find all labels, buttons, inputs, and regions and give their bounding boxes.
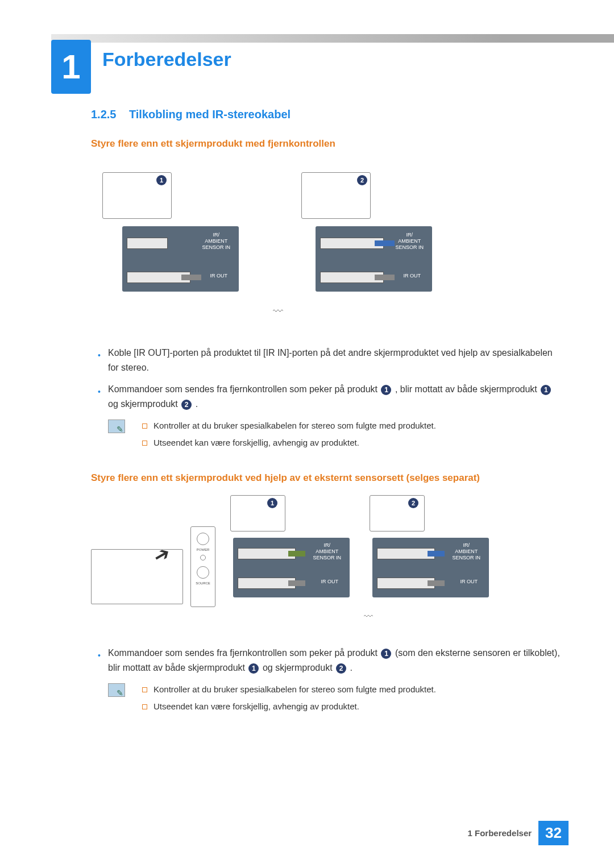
page-content: 1.2.5 Tilkobling med IR-stereokabel Styr… — [91, 108, 563, 716]
circle-2-icon: 2 — [181, 400, 192, 410]
circle-1-icon: 1 — [381, 385, 391, 395]
note-item: Kontroller at du bruker spesialkabelen f… — [154, 418, 436, 433]
section-number: 1.2.5 — [91, 108, 116, 121]
note-item: Utseendet kan være forskjellig, avhengig… — [154, 699, 436, 714]
diagram-external-sensor: ➔ POWER SOURCE 1 2 IR/ AMBIENT SENSOR IN… — [91, 495, 563, 629]
list-item: Kommandoer som sendes fra fjernkontrolle… — [108, 382, 563, 412]
page-header: 1 Forberedelser — [0, 23, 614, 63]
port-slot — [238, 578, 296, 589]
port-slot — [320, 238, 384, 249]
label-ir-ambient: IR/ AMBIENT SENSOR IN — [395, 232, 424, 251]
label-ir-ambient: IR/ AMBIENT SENSOR IN — [202, 232, 230, 251]
monitor-1-back — [230, 495, 285, 531]
circle-1-icon: 1 — [541, 385, 551, 395]
note-item: Utseendet kan være forskjellig, avhengig… — [154, 435, 436, 450]
badge-1: 1 — [267, 498, 277, 508]
page-footer: 1 Forberedelser 32 — [468, 821, 569, 845]
footer-text: 1 Forberedelser — [468, 828, 532, 838]
label-ir-out: IR OUT — [460, 579, 478, 585]
port-slot — [320, 272, 384, 283]
label-ir-out: IR OUT — [321, 579, 339, 585]
cable-tail-icon: 〰 — [273, 306, 283, 318]
subheading-1: Styre flere enn ett skjermprodukt med fj… — [91, 138, 563, 149]
label-ir-ambient: IR/ AMBIENT SENSOR IN — [452, 542, 480, 561]
circle-2-icon: 2 — [336, 663, 346, 674]
note-block-1: Kontroller at du bruker spesialkabelen f… — [108, 418, 563, 452]
remote-source-label: SOURCE — [191, 582, 215, 585]
port-panel-2: IR/ AMBIENT SENSOR IN IR OUT — [316, 226, 432, 292]
port-slot — [127, 238, 168, 249]
bullet-list-1: Koble [IR OUT]-porten på produktet til [… — [91, 346, 563, 412]
remote-power-label: POWER — [191, 548, 215, 551]
label-ir-out: IR OUT — [210, 273, 228, 279]
note-icon — [108, 683, 125, 697]
section-title: Tilkobling med IR-stereokabel — [129, 108, 291, 121]
port-slot — [377, 578, 435, 589]
port-slot — [238, 548, 296, 559]
note-list: Kontroller at du bruker spesialkabelen f… — [136, 682, 436, 716]
note-icon — [108, 420, 125, 433]
diagram-ir-stereo-cable: 1 2 IR/ AMBIENT SENSOR IN IR OUT IR/ AMB… — [91, 172, 563, 323]
note-list: Kontroller at du bruker spesialkabelen f… — [136, 418, 436, 452]
label-ir-out: IR OUT — [404, 273, 421, 279]
footer-page-number: 32 — [538, 821, 569, 845]
port-slot — [377, 548, 435, 559]
subheading-2: Styre flere enn ett skjermprodukt ved hj… — [91, 472, 563, 484]
cable-tail-icon: 〰 — [364, 612, 373, 622]
badge-2: 2 — [408, 498, 418, 508]
chapter-title: Forberedelser — [102, 48, 231, 70]
port-panel-1: IR/ AMBIENT SENSOR IN IR OUT — [233, 538, 350, 597]
port-panel-1: IR/ AMBIENT SENSOR IN IR OUT — [122, 226, 239, 292]
bullet-list-2: Kommandoer som sendes fra fjernkontrolle… — [91, 646, 563, 675]
list-item: Kommandoer som sendes fra fjernkontrolle… — [108, 646, 563, 675]
list-item: Koble [IR OUT]-porten på produktet til [… — [108, 346, 563, 375]
note-block-2: Kontroller at du bruker spesialkabelen f… — [108, 682, 563, 716]
port-panel-2: IR/ AMBIENT SENSOR IN IR OUT — [372, 538, 489, 597]
circle-1-icon: 1 — [381, 649, 391, 659]
section-heading: 1.2.5 Tilkobling med IR-stereokabel — [91, 108, 563, 121]
label-ir-ambient: IR/ AMBIENT SENSOR IN — [313, 542, 341, 561]
header-gradient — [51, 34, 614, 43]
circle-1-icon: 1 — [248, 663, 259, 674]
remote-control: POWER SOURCE — [190, 526, 215, 607]
badge-1: 1 — [156, 175, 167, 185]
port-slot — [127, 272, 190, 283]
badge-2: 2 — [357, 175, 367, 185]
note-item: Kontroller at du bruker spesialkabelen f… — [154, 682, 436, 697]
chapter-number-box: 1 — [51, 40, 91, 94]
